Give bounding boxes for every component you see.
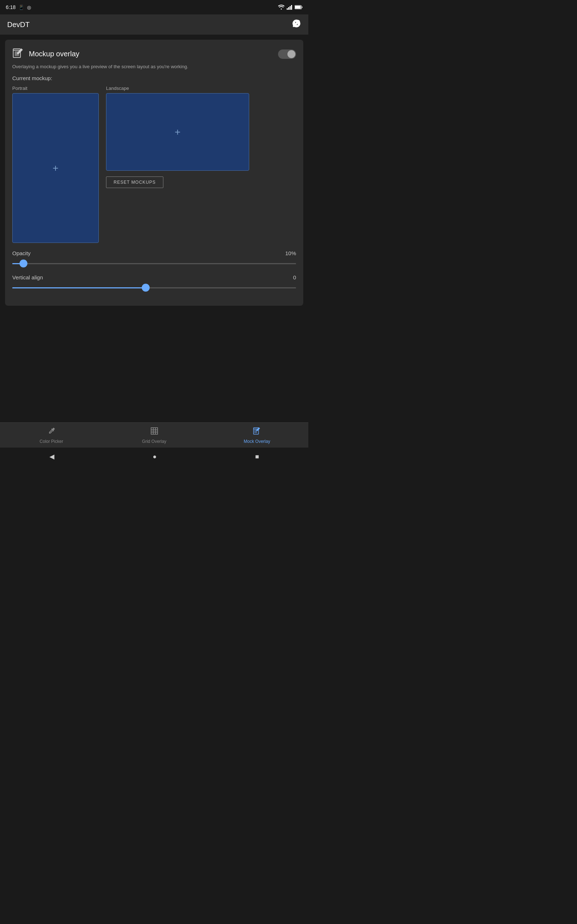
vertical-align-value: 0 xyxy=(293,274,296,281)
status-bar: 6:18 📱 ◎ xyxy=(0,0,308,15)
landscape-add-icon: + xyxy=(174,126,180,138)
sim-icon: 📱 xyxy=(18,5,24,10)
status-bar-right xyxy=(278,5,303,10)
vertical-align-row: Vertical align 0 xyxy=(12,274,296,281)
back-button[interactable]: ◀ xyxy=(49,452,55,460)
opacity-slider-track xyxy=(12,263,296,264)
landscape-section: Landscape + RESET MOCKUPS xyxy=(106,86,249,188)
svg-rect-6 xyxy=(302,6,303,8)
opacity-thumb[interactable] xyxy=(19,260,27,267)
nav-item-mock-overlay[interactable]: Mock Overlay xyxy=(206,426,308,444)
mock-overlay-icon xyxy=(253,426,261,438)
portrait-label: Portrait xyxy=(12,86,99,91)
opacity-value: 10% xyxy=(285,250,296,256)
opacity-label: Opacity xyxy=(12,250,31,256)
home-button[interactable]: ● xyxy=(153,453,157,460)
current-mockup-label: Current mockup: xyxy=(12,75,296,81)
reset-btn-container: RESET MOCKUPS xyxy=(106,176,249,188)
overlay-toggle[interactable] xyxy=(278,50,296,59)
landscape-label: Landscape xyxy=(106,86,249,91)
vertical-align-label: Vertical align xyxy=(12,274,43,281)
system-nav: ◀ ● ■ xyxy=(0,447,308,465)
nav-label-mock-overlay: Mock Overlay xyxy=(244,439,270,444)
card-description: Overlaying a mockup gives you a live pre… xyxy=(12,64,296,69)
wifi-icon xyxy=(278,5,285,10)
nav-item-grid-overlay[interactable]: Grid Overlay xyxy=(103,426,206,444)
app-bar: DevDT xyxy=(0,15,308,35)
opacity-row: Opacity 10% xyxy=(12,250,296,256)
card-header-left: Mockup overlay xyxy=(12,47,79,61)
recent-button[interactable]: ■ xyxy=(255,453,259,460)
settings-icon[interactable] xyxy=(292,19,301,30)
svg-rect-2 xyxy=(290,6,291,10)
opacity-section: Opacity 10% xyxy=(12,250,296,267)
svg-rect-10 xyxy=(151,428,158,434)
vertical-align-section: Vertical align 0 xyxy=(12,274,296,291)
svg-rect-0 xyxy=(287,8,288,10)
status-bar-left: 6:18 📱 ◎ xyxy=(6,4,31,10)
opacity-slider-container[interactable] xyxy=(12,260,296,267)
landscape-mockup[interactable]: + xyxy=(106,93,249,171)
nav-label-color-picker: Color Picker xyxy=(40,439,63,444)
reset-mockups-button[interactable]: RESET MOCKUPS xyxy=(106,176,163,188)
vertical-align-slider-container[interactable] xyxy=(12,284,296,291)
toggle-knob xyxy=(287,50,295,58)
color-picker-icon xyxy=(47,426,56,438)
nav-label-grid-overlay: Grid Overlay xyxy=(142,439,166,444)
card-header: Mockup overlay xyxy=(12,47,296,61)
svg-rect-3 xyxy=(291,5,292,10)
svg-rect-1 xyxy=(288,7,289,10)
portrait-section: Portrait + xyxy=(12,86,99,243)
portrait-mockup[interactable]: + xyxy=(12,93,99,243)
notification-icon: ◎ xyxy=(27,5,31,10)
vertical-align-thumb[interactable] xyxy=(142,284,150,292)
grid-overlay-icon xyxy=(150,426,159,438)
svg-rect-5 xyxy=(295,6,301,9)
battery-icon xyxy=(295,5,303,10)
main-card: Mockup overlay Overlaying a mockup gives… xyxy=(5,40,303,306)
mockup-overlay-icon xyxy=(12,47,24,61)
nav-item-color-picker[interactable]: Color Picker xyxy=(0,426,103,444)
signal-icon xyxy=(287,5,292,10)
card-title: Mockup overlay xyxy=(29,50,79,58)
bottom-nav: Color Picker Grid Overlay Mock Overlay xyxy=(0,422,308,447)
vertical-align-fill xyxy=(12,287,146,288)
app-title: DevDT xyxy=(7,21,29,29)
mockup-previews: Portrait + Landscape + RESET MOCKUPS xyxy=(12,86,296,243)
time-display: 6:18 xyxy=(6,4,16,10)
portrait-add-icon: + xyxy=(53,162,58,174)
vertical-align-slider-track xyxy=(12,287,296,288)
